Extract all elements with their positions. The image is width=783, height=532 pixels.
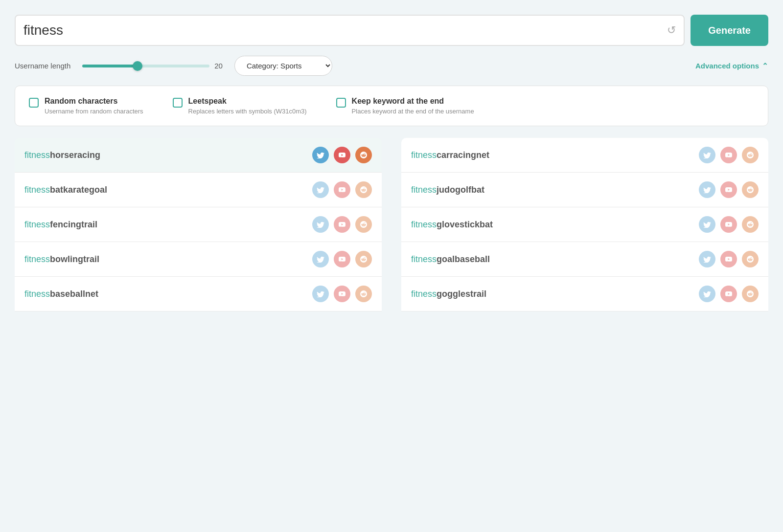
social-icons [699, 216, 759, 233]
social-icons [699, 181, 759, 198]
reddit-icon[interactable] [742, 251, 759, 267]
reddit-icon[interactable] [742, 181, 759, 198]
twitter-icon[interactable] [699, 147, 715, 163]
social-icons [312, 181, 372, 198]
twitter-icon[interactable] [699, 181, 715, 198]
result-keyword: fitness [24, 289, 50, 299]
youtube-icon[interactable] [334, 181, 350, 198]
youtube-icon[interactable] [720, 216, 737, 233]
result-item[interactable]: fitnessbaseballnet [15, 277, 382, 311]
twitter-icon[interactable] [312, 251, 329, 267]
result-item[interactable]: fitnessbowlingtrail [15, 242, 382, 277]
result-keyword: fitness [24, 254, 50, 264]
result-username: fitnessfencingtrail [24, 220, 97, 230]
random-chars-desc: Username from random characters [45, 108, 143, 115]
result-keyword: fitness [411, 150, 437, 160]
generate-button[interactable]: Generate [691, 15, 768, 46]
leetspeak-text: Leetspeak Replaces letters with symbols … [188, 97, 307, 115]
twitter-icon[interactable] [312, 147, 329, 163]
result-keyword: fitness [24, 150, 50, 160]
keep-keyword-checkbox[interactable] [336, 98, 346, 108]
reset-icon[interactable]: ↺ [667, 24, 676, 37]
reddit-icon[interactable] [355, 286, 372, 302]
result-keyword: fitness [24, 185, 50, 195]
reddit-icon[interactable] [355, 181, 372, 198]
twitter-icon[interactable] [699, 286, 715, 302]
social-icons [312, 147, 372, 163]
youtube-icon[interactable] [334, 147, 350, 163]
result-item[interactable]: fitnesshorseracing [15, 138, 382, 173]
social-icons [699, 147, 759, 163]
result-suffix: fencingtrail [50, 220, 97, 229]
result-suffix: batkarategoal [50, 185, 107, 195]
length-slider[interactable] [82, 65, 209, 67]
result-keyword: fitness [411, 254, 437, 264]
result-item[interactable]: fitnesscarracingnet [401, 138, 768, 173]
leetspeak-checkbox[interactable] [173, 98, 183, 108]
leetspeak-desc: Replaces letters with symbols (W31c0m3) [188, 108, 307, 115]
twitter-icon[interactable] [312, 286, 329, 302]
search-input[interactable] [23, 22, 667, 38]
social-icons [312, 286, 372, 302]
results-left-column: fitnesshorseracingfitnessbatkarategoalfi… [15, 138, 382, 311]
twitter-icon[interactable] [699, 251, 715, 267]
result-suffix: horseracing [50, 150, 100, 160]
youtube-icon[interactable] [334, 286, 350, 302]
random-chars-option: Random characters Username from random c… [29, 97, 143, 115]
result-item[interactable]: fitnessjudogolfbat [401, 173, 768, 207]
result-suffix: bowlingtrail [50, 254, 99, 264]
length-label: Username length [15, 62, 70, 70]
result-item[interactable]: fitnessbatkarategoal [15, 173, 382, 207]
result-suffix: gogglestrail [437, 289, 486, 299]
twitter-icon[interactable] [312, 216, 329, 233]
twitter-icon[interactable] [312, 181, 329, 198]
result-item[interactable]: fitnessgoalbaseball [401, 242, 768, 277]
result-suffix: baseballnet [50, 289, 98, 299]
result-username: fitnessbatkarategoal [24, 185, 107, 195]
youtube-icon[interactable] [720, 286, 737, 302]
random-chars-text: Random characters Username from random c… [45, 97, 143, 115]
keep-keyword-option: Keep keyword at the end Places keyword a… [336, 97, 474, 115]
result-suffix: goalbaseball [437, 254, 490, 264]
result-keyword: fitness [411, 185, 437, 195]
youtube-icon[interactable] [720, 181, 737, 198]
youtube-icon[interactable] [720, 147, 737, 163]
category-select[interactable]: Category: Sports Category: Games Categor… [234, 56, 332, 76]
result-keyword: fitness [24, 220, 50, 229]
result-suffix: carracingnet [437, 150, 489, 160]
keep-keyword-text: Keep keyword at the end Places keyword a… [352, 97, 474, 115]
result-username: fitnessglovestickbat [411, 220, 493, 230]
reddit-icon[interactable] [355, 147, 372, 163]
result-item[interactable]: fitnessgogglestrail [401, 277, 768, 311]
reddit-icon[interactable] [355, 216, 372, 233]
result-username: fitnesshorseracing [24, 150, 100, 160]
result-item[interactable]: fitnessglovestickbat [401, 207, 768, 242]
reddit-icon[interactable] [742, 286, 759, 302]
social-icons [312, 251, 372, 267]
controls-row: Username length 20 Category: Sports Cate… [15, 56, 768, 76]
search-input-wrapper: ↺ [15, 15, 685, 46]
social-icons [699, 251, 759, 267]
youtube-icon[interactable] [334, 216, 350, 233]
result-username: fitnessbowlingtrail [24, 254, 99, 265]
length-value: 20 [214, 62, 223, 70]
reddit-icon[interactable] [742, 216, 759, 233]
result-username: fitnessjudogolfbat [411, 185, 484, 195]
youtube-icon[interactable] [334, 251, 350, 267]
youtube-icon[interactable] [720, 251, 737, 267]
result-item[interactable]: fitnessfencingtrail [15, 207, 382, 242]
leetspeak-label: Leetspeak [188, 97, 307, 106]
random-chars-checkbox[interactable] [29, 98, 39, 108]
keep-keyword-desc: Places keyword at the end of the usernam… [352, 108, 474, 115]
results-right-column: fitnesscarracingnetfitnessjudogolfbatfit… [401, 138, 768, 311]
keep-keyword-label: Keep keyword at the end [352, 97, 474, 106]
twitter-icon[interactable] [699, 216, 715, 233]
reddit-icon[interactable] [355, 251, 372, 267]
reddit-icon[interactable] [742, 147, 759, 163]
result-suffix: glovestickbat [437, 220, 493, 229]
search-bar: ↺ Generate [15, 15, 768, 46]
advanced-options-button[interactable]: Advanced options ⌃ [695, 62, 768, 70]
result-keyword: fitness [411, 220, 437, 229]
result-username: fitnessgoalbaseball [411, 254, 490, 265]
advanced-panel: Random characters Username from random c… [15, 86, 768, 126]
